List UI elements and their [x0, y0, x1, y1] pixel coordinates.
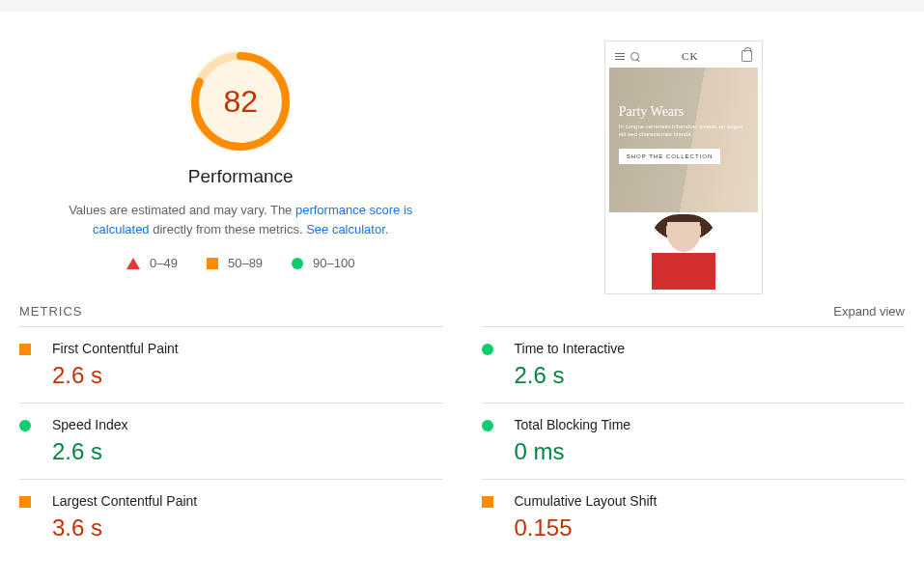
- square-average-icon: [482, 496, 493, 508]
- metric-value: 0 ms: [515, 438, 906, 465]
- metric-value: 2.6 s: [515, 362, 906, 389]
- circle-pass-icon: [19, 420, 31, 431]
- legend-average-label: 50–89: [228, 256, 263, 270]
- square-average-icon: [207, 258, 218, 269]
- shopping-bag-icon: [742, 50, 752, 62]
- preview-hero-text: In congue venenatis bibendum vivents en …: [619, 124, 748, 139]
- metric-name: Total Blocking Time: [515, 417, 906, 432]
- legend-fail: 0–49: [126, 256, 178, 270]
- metric-name: Cumulative Layout Shift: [515, 493, 906, 509]
- legend-pass-label: 90–100: [313, 256, 354, 270]
- metric-name: Largest Contentful Paint: [52, 493, 443, 509]
- gauge-label: Performance: [188, 166, 294, 187]
- hamburger-icon: [615, 53, 625, 60]
- square-average-icon: [19, 344, 31, 355]
- disclaimer-text: .: [385, 222, 389, 236]
- circle-pass-icon: [292, 258, 303, 269]
- gauge-score: 82: [189, 50, 292, 153]
- disclaimer-text: Values are estimated and may vary. The: [69, 203, 295, 217]
- metrics-header: METRICS Expand view: [0, 304, 924, 326]
- metric-lcp[interactable]: Largest Contentful Paint 3.6 s: [19, 479, 443, 555]
- metrics-title: METRICS: [19, 304, 83, 319]
- preview-hero-title: Party Wears: [619, 104, 748, 120]
- legend-fail-label: 0–49: [150, 256, 178, 270]
- top-stripe: [0, 0, 924, 12]
- disclaimer-text: directly from these metrics.: [150, 222, 307, 236]
- preview-hero: Party Wears In congue venenatis bibendum…: [609, 68, 758, 212]
- model-illustration: [650, 214, 717, 290]
- preview-cta: SHOP THE COLLECTION: [619, 149, 720, 164]
- legend-average: 50–89: [207, 256, 263, 270]
- metric-value: 2.6 s: [52, 438, 443, 465]
- preview-logo: CK: [645, 50, 736, 62]
- screenshot-column: CK Party Wears In congue venenatis biben…: [462, 41, 906, 294]
- metric-name: First Contentful Paint: [52, 341, 443, 356]
- circle-pass-icon: [482, 344, 493, 355]
- metric-name: Speed Index: [52, 417, 443, 432]
- metric-fcp[interactable]: First Contentful Paint 2.6 s: [19, 326, 443, 403]
- summary-section: 82 Performance Values are estimated and …: [0, 12, 924, 304]
- square-average-icon: [19, 496, 31, 508]
- score-disclaimer: Values are estimated and may vary. The p…: [47, 201, 434, 238]
- metric-cls[interactable]: Cumulative Layout Shift 0.155: [482, 479, 906, 555]
- expand-view-toggle[interactable]: Expand view: [833, 304, 905, 319]
- search-icon: [630, 52, 639, 61]
- metrics-grid: First Contentful Paint 2.6 s Time to Int…: [0, 326, 924, 555]
- site-screenshot: CK Party Wears In congue venenatis biben…: [604, 41, 763, 294]
- metric-tti[interactable]: Time to Interactive 2.6 s: [482, 326, 906, 403]
- calculator-link[interactable]: See calculator: [306, 222, 385, 236]
- triangle-fail-icon: [126, 258, 140, 269]
- metric-value: 3.6 s: [52, 514, 443, 541]
- metric-speed-index[interactable]: Speed Index 2.6 s: [19, 403, 443, 479]
- metric-name: Time to Interactive: [515, 341, 906, 356]
- metric-value: 2.6 s: [52, 362, 443, 389]
- metric-value: 0.155: [515, 514, 906, 541]
- score-column: 82 Performance Values are estimated and …: [19, 41, 462, 294]
- circle-pass-icon: [482, 420, 493, 431]
- metric-tbt[interactable]: Total Blocking Time 0 ms: [482, 403, 906, 479]
- score-legend: 0–49 50–89 90–100: [126, 256, 354, 270]
- preview-header: CK: [609, 45, 758, 68]
- preview-model: [609, 212, 758, 290]
- legend-pass: 90–100: [292, 256, 354, 270]
- performance-gauge: 82: [189, 50, 292, 153]
